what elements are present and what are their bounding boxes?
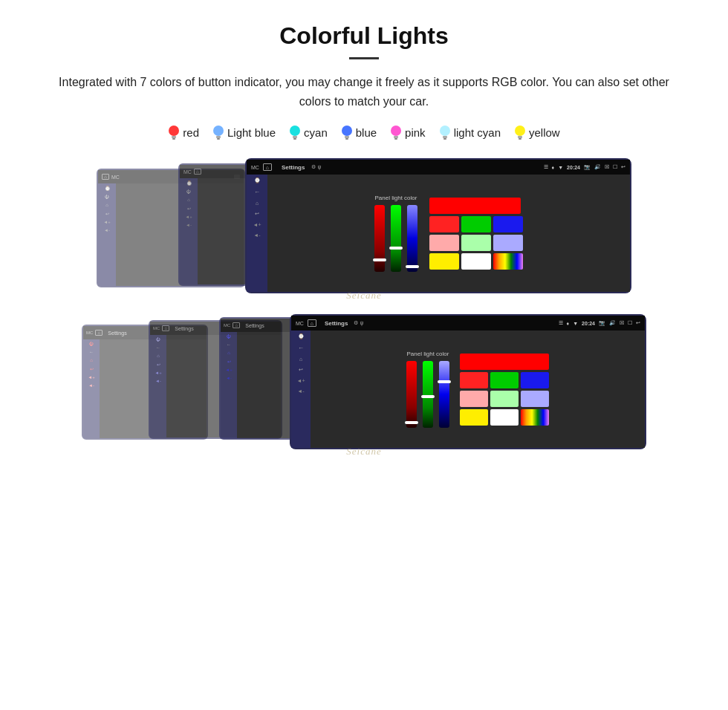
images-container: ⌂ MC ⌚ ⏻ ⌂ ↩ ◄+ ◄-: [30, 158, 698, 459]
svg-rect-19: [518, 136, 522, 138]
title-divider: [349, 57, 379, 59]
svg-point-12: [391, 126, 401, 136]
svg-rect-10: [345, 136, 349, 138]
bulb-icon-lightblue: [212, 124, 224, 140]
color-label-red: red: [183, 126, 199, 139]
page-description: Integrated with 7 colors of button indic…: [45, 73, 683, 111]
device-front-top: MC ⌂ Settings ⚙ ψ ☰ ♦ ▼ 20:24 📷 🔊 ☒ ☐: [245, 158, 631, 293]
page-container: Colorful Lights Integrated with 7 colors…: [0, 0, 728, 474]
svg-rect-7: [293, 136, 297, 138]
bottom-device-group: MC ⌂ Settings ⏻ ← ⌂ ↩ ◄+ ◄-: [82, 314, 646, 459]
top-device-group: ⌂ MC ⌚ ⏻ ⌂ ↩ ◄+ ◄-: [82, 158, 646, 303]
bulb-icon-yellow: [514, 124, 526, 140]
device-bottom-front: MC ⌂ Settings ⚙ ψ ☰ ♦ ▼ 20:24 📷 🔊 ☒ ☐: [290, 314, 646, 449]
svg-rect-13: [394, 136, 398, 138]
watermark-top: Seicane: [346, 290, 381, 302]
color-legend: red Light blue cyan: [30, 124, 698, 140]
svg-rect-20: [519, 138, 521, 140]
svg-rect-16: [443, 136, 447, 138]
bulb-icon-lightcyan: [439, 124, 451, 140]
bulb-icon-blue: [341, 124, 353, 140]
bulb-icon-red: [168, 124, 180, 140]
svg-rect-2: [172, 138, 175, 140]
page-title: Colorful Lights: [30, 22, 698, 50]
color-label-blue: blue: [356, 126, 377, 139]
color-item-cyan: cyan: [289, 124, 328, 140]
color-item-yellow: yellow: [514, 124, 560, 140]
color-label-lightblue: Light blue: [227, 126, 276, 139]
svg-rect-1: [172, 136, 176, 138]
svg-point-3: [213, 126, 224, 136]
color-label-cyan: cyan: [304, 126, 328, 139]
svg-point-0: [169, 126, 179, 136]
svg-rect-14: [394, 138, 397, 140]
svg-rect-8: [293, 138, 296, 140]
color-item-red: red: [168, 124, 199, 140]
svg-point-15: [440, 126, 450, 136]
svg-rect-4: [216, 136, 221, 138]
watermark-bottom: Seicane: [346, 446, 381, 457]
color-label-pink: pink: [405, 126, 426, 139]
bulb-icon-pink: [390, 124, 402, 140]
color-item-lightcyan: light cyan: [439, 124, 501, 140]
svg-point-18: [515, 126, 525, 136]
color-label-lightcyan: light cyan: [454, 126, 501, 139]
svg-rect-17: [443, 138, 446, 140]
color-item-lightblue: Light blue: [212, 124, 276, 140]
color-label-yellow: yellow: [529, 126, 560, 139]
svg-rect-11: [345, 138, 348, 140]
svg-point-6: [290, 126, 300, 136]
color-item-pink: pink: [390, 124, 426, 140]
svg-point-9: [342, 126, 352, 136]
svg-rect-5: [217, 138, 220, 140]
color-item-blue: blue: [341, 124, 377, 140]
bulb-icon-cyan: [289, 124, 301, 140]
